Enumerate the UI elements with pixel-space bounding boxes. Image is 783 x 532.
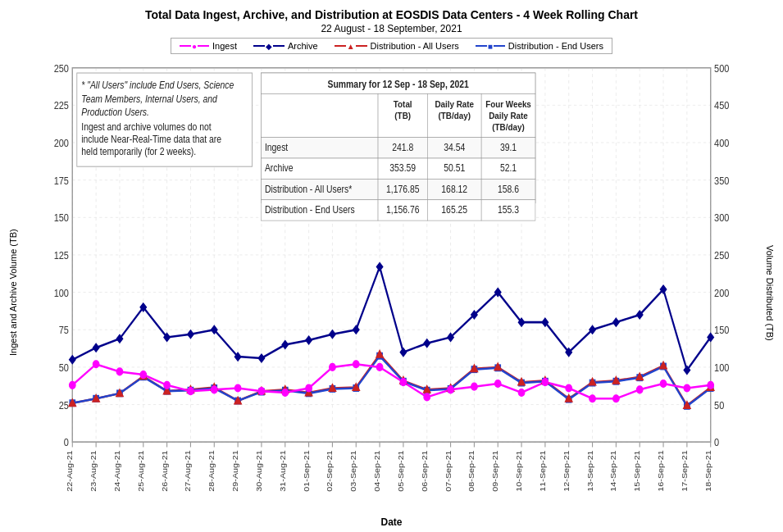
- svg-text:52.1: 52.1: [500, 163, 517, 174]
- svg-text:Total: Total: [394, 98, 412, 109]
- svg-text:(TB/day): (TB/day): [439, 110, 471, 120]
- svg-text:34.54: 34.54: [444, 142, 465, 152]
- svg-text:held temporarily (for 2 weeks): held temporarily (for 2 weeks).: [81, 147, 196, 157]
- svg-point-216: [376, 363, 383, 371]
- svg-text:30-Aug-21: 30-Aug-21: [255, 450, 263, 492]
- svg-text:29-Aug-21: 29-Aug-21: [231, 450, 239, 492]
- chart-subtitle: 22 August - 18 September, 2021: [321, 23, 462, 34]
- svg-text:168.12: 168.12: [441, 184, 467, 194]
- svg-point-225: [590, 395, 596, 402]
- chart-legend: ● Ingest ◆ Archive ▲ Distribution - All …: [171, 38, 612, 54]
- svg-text:Distribution - End Users: Distribution - End Users: [265, 205, 355, 216]
- svg-text:250: 250: [714, 249, 730, 261]
- svg-text:125: 125: [54, 249, 70, 261]
- svg-text:Four Weeks: Four Weeks: [485, 98, 531, 109]
- svg-text:Daily Rate: Daily Rate: [489, 110, 528, 120]
- svg-text:24-Aug-21: 24-Aug-21: [113, 450, 121, 492]
- svg-point-218: [424, 393, 430, 401]
- svg-point-213: [306, 384, 312, 392]
- svg-text:16-Sep-21: 16-Sep-21: [657, 450, 665, 492]
- svg-point-204: [93, 361, 99, 368]
- x-axis-label: Date: [23, 515, 760, 528]
- svg-text:05-Sep-21: 05-Sep-21: [397, 450, 405, 492]
- svg-text:75: 75: [59, 325, 70, 337]
- svg-text:50.51: 50.51: [444, 163, 465, 174]
- legend-item: ■ Distribution - End Users: [476, 41, 603, 51]
- svg-point-221: [494, 380, 501, 388]
- svg-text:150: 150: [714, 325, 730, 337]
- chart-body: Ingest and Archive Volume (TB) 025507510…: [8, 57, 775, 528]
- svg-text:450: 450: [714, 100, 730, 112]
- svg-text:155.3: 155.3: [498, 205, 519, 216]
- chart-svg: 0255075100125150175200225250050100150200…: [23, 57, 760, 515]
- svg-text:09-Sep-21: 09-Sep-21: [491, 450, 499, 492]
- y-axis-left-label: Ingest and Archive Volume (TB): [8, 57, 23, 528]
- svg-text:18-Sep-21: 18-Sep-21: [703, 450, 712, 492]
- svg-text:200: 200: [714, 287, 730, 299]
- svg-point-223: [542, 379, 549, 386]
- svg-text:25: 25: [59, 399, 70, 412]
- svg-point-230: [708, 381, 714, 389]
- svg-text:Archive: Archive: [265, 163, 294, 174]
- svg-text:1,176.85: 1,176.85: [386, 184, 420, 194]
- svg-text:Ingest and archive volumes do : Ingest and archive volumes do not: [81, 121, 212, 132]
- svg-text:* "All Users" include End User: * "All Users" include End Users, Science: [81, 80, 234, 90]
- svg-point-205: [116, 368, 123, 375]
- svg-text:0: 0: [714, 437, 719, 449]
- svg-text:165.25: 165.25: [441, 205, 467, 216]
- svg-point-212: [282, 389, 289, 397]
- svg-point-203: [69, 381, 75, 389]
- svg-text:08-Sep-21: 08-Sep-21: [467, 450, 476, 492]
- svg-point-211: [258, 388, 265, 395]
- svg-text:Production Users.: Production Users.: [81, 107, 149, 117]
- svg-point-226: [613, 395, 620, 402]
- svg-text:Distribution - All Users*: Distribution - All Users*: [265, 184, 353, 194]
- svg-text:04-Sep-21: 04-Sep-21: [373, 450, 381, 492]
- legend-item: ● Ingest: [180, 41, 237, 51]
- svg-text:31-Aug-21: 31-Aug-21: [278, 450, 286, 492]
- svg-text:27-Aug-21: 27-Aug-21: [184, 450, 192, 492]
- svg-point-228: [660, 380, 667, 388]
- svg-rect-241: [262, 93, 379, 137]
- svg-text:100: 100: [54, 287, 70, 299]
- svg-point-208: [188, 388, 194, 395]
- svg-text:03-Sep-21: 03-Sep-21: [349, 450, 357, 492]
- svg-point-219: [448, 386, 454, 393]
- svg-text:26-Aug-21: 26-Aug-21: [160, 450, 168, 492]
- svg-text:25-Aug-21: 25-Aug-21: [136, 450, 144, 492]
- svg-text:28-Aug-21: 28-Aug-21: [207, 450, 216, 492]
- svg-point-220: [471, 383, 478, 390]
- svg-text:225: 225: [54, 100, 70, 112]
- svg-text:06-Sep-21: 06-Sep-21: [420, 450, 428, 492]
- svg-point-210: [234, 384, 241, 392]
- svg-point-229: [684, 384, 690, 392]
- svg-text:14-Sep-21: 14-Sep-21: [609, 450, 617, 492]
- svg-text:400: 400: [714, 137, 730, 149]
- svg-point-215: [353, 361, 359, 368]
- svg-text:(TB/day): (TB/day): [492, 121, 525, 132]
- svg-text:Daily Rate: Daily Rate: [435, 98, 474, 109]
- svg-text:15-Sep-21: 15-Sep-21: [633, 450, 641, 492]
- chart-title: Total Data Ingest, Archive, and Distribu…: [145, 8, 638, 21]
- svg-text:01-Sep-21: 01-Sep-21: [302, 450, 310, 492]
- svg-text:23-Aug-21: 23-Aug-21: [89, 450, 98, 492]
- y-axis-right-label: Volume Distributed (TB): [760, 57, 775, 528]
- svg-text:Team Members,  Internal Users,: Team Members, Internal Users, and: [81, 93, 217, 104]
- svg-text:10-Sep-21: 10-Sep-21: [515, 450, 523, 492]
- svg-point-209: [211, 386, 217, 393]
- svg-point-217: [400, 379, 407, 386]
- svg-text:Summary for 12 Sep - 18 Sep, 2: Summary for 12 Sep - 18 Sep, 2021: [328, 79, 469, 89]
- legend-item: ◆ Archive: [253, 41, 318, 51]
- svg-text:50: 50: [59, 361, 70, 374]
- svg-text:241.8: 241.8: [392, 142, 413, 152]
- svg-text:13-Sep-21: 13-Sep-21: [585, 450, 594, 492]
- svg-text:(TB): (TB): [394, 110, 411, 120]
- svg-point-214: [330, 363, 336, 371]
- svg-text:17-Sep-21: 17-Sep-21: [681, 450, 689, 492]
- svg-text:50: 50: [714, 399, 725, 412]
- chart-inner: 0255075100125150175200225250050100150200…: [23, 57, 760, 528]
- svg-point-222: [518, 389, 525, 397]
- svg-text:350: 350: [714, 175, 730, 187]
- svg-text:22-Aug-21: 22-Aug-21: [66, 450, 74, 492]
- svg-text:include Near-Real-Time data th: include Near-Real-Time data that are: [81, 134, 221, 144]
